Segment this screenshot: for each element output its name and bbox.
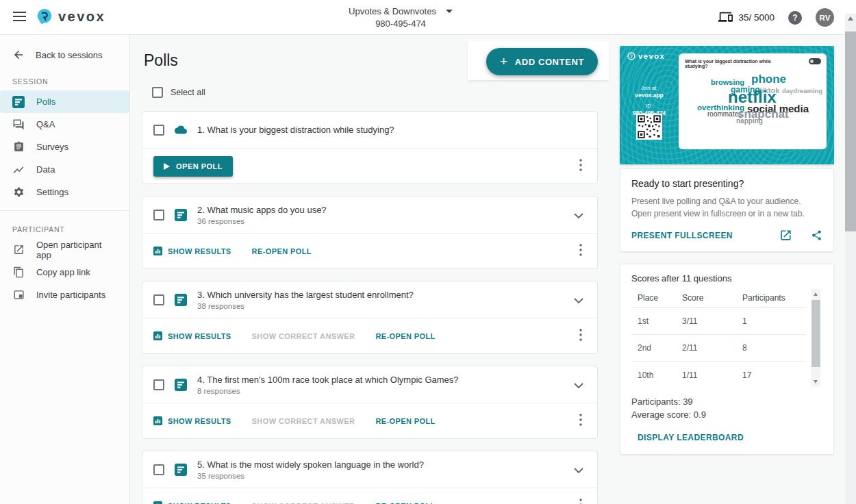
score-cell: 3/11 <box>682 316 742 326</box>
sidebar-item-polls[interactable]: Polls <box>0 90 129 113</box>
show-correct-label: SHOW CORRECT ANSWER <box>252 417 355 425</box>
present-fullscreen-link[interactable]: PRESENT FULLSCREEN <box>631 231 733 240</box>
reopen-poll-link[interactable]: RE-OPEN POLL <box>375 417 435 425</box>
kebab-menu-icon[interactable] <box>575 242 586 260</box>
open-poll-button[interactable]: OPEN POLL <box>153 156 233 177</box>
poll-list: 1. What is your biggest distraction whil… <box>142 111 598 504</box>
kebab-menu-icon[interactable] <box>575 412 586 430</box>
place-cell: 2nd <box>631 343 682 353</box>
sidebar-item-settings[interactable]: Settings <box>0 181 129 203</box>
session-name: Upvotes & Downvotes <box>349 6 436 16</box>
present-view-preview[interactable]: vevox Join at: vevox.app ID: 980-495-474 <box>620 46 834 164</box>
qa-icon <box>12 118 25 131</box>
open-new-tab-icon[interactable] <box>779 229 792 242</box>
sidebar-item-data[interactable]: Data <box>0 158 129 181</box>
poll-checkbox[interactable] <box>153 294 164 305</box>
page-scrollbar-thumb[interactable] <box>845 32 856 231</box>
vevox-logo: vevox <box>36 8 105 25</box>
right-panel: vevox Join at: vevox.app ID: 980-495-474 <box>620 46 834 455</box>
reopen-label: RE-OPEN POLL <box>375 502 435 504</box>
show-results-label: SHOW RESULTS <box>168 332 231 340</box>
poll-responses: 36 responses <box>197 217 327 225</box>
scroll-down-icon[interactable] <box>814 380 818 383</box>
poll-icon <box>12 96 25 108</box>
poll-icon <box>175 294 187 306</box>
share-icon[interactable] <box>811 229 822 242</box>
sidebar-item-invite-participants[interactable]: Invite participants <box>0 284 129 306</box>
show-results-link[interactable]: SHOW RESULTS <box>153 331 231 340</box>
select-all-checkbox[interactable] <box>152 87 163 98</box>
sidebar-item-label: Surveys <box>36 142 68 152</box>
plus-icon: + <box>500 54 508 69</box>
scroll-up-icon[interactable] <box>814 292 818 296</box>
chevron-down-icon[interactable] <box>571 206 586 224</box>
sidebar-item-qa[interactable]: Q&A <box>0 113 129 136</box>
back-to-sessions[interactable]: Back to sessions <box>0 47 129 63</box>
sidebar-item-copy-app-link[interactable]: Copy app link <box>0 261 129 284</box>
poll-checkbox[interactable] <box>153 464 164 475</box>
poll-title: 4. The first men's 100m race took place … <box>197 375 459 385</box>
kebab-menu-icon[interactable] <box>575 327 586 345</box>
sidebar-item-label: Data <box>36 164 55 175</box>
scores-scrollbar-thumb[interactable] <box>811 300 820 367</box>
data-chart-icon <box>12 164 25 176</box>
session-section-label: SESSION <box>12 77 117 86</box>
kebab-menu-icon[interactable] <box>575 158 586 175</box>
session-switcher[interactable]: Upvotes & Downvotes 980-495-474 <box>301 5 500 29</box>
poll-card: 4. The first men's 100m race took place … <box>142 366 598 439</box>
open-in-new-icon <box>12 244 25 256</box>
join-label: Join at: <box>620 85 679 92</box>
column-header: Score <box>682 293 742 303</box>
poll-checkbox[interactable] <box>153 125 164 136</box>
score-cell: 1/11 <box>682 370 742 380</box>
help-button[interactable]: ? <box>788 11 802 25</box>
poll-card: 5. What is the most widely spoken langua… <box>142 451 598 504</box>
display-leaderboard-link[interactable]: DISPLAY LEADERBOARD <box>638 433 744 442</box>
poll-checkbox[interactable] <box>153 379 164 390</box>
reopen-poll-link[interactable]: RE-OPEN POLL <box>375 502 435 504</box>
add-content-button[interactable]: + ADD CONTENT <box>486 48 598 75</box>
show-results-label: SHOW RESULTS <box>168 417 231 425</box>
chevron-down-icon[interactable] <box>571 461 586 479</box>
sidebar-item-surveys[interactable]: Surveys <box>0 136 129 158</box>
help-glyph: ? <box>792 13 797 23</box>
sidebar: Back to sessions SESSION Polls Q&A Surve… <box>0 35 130 504</box>
participant-capacity: 35/ 5000 <box>718 12 775 23</box>
select-all-label: Select all <box>171 88 205 97</box>
reopen-poll-link[interactable]: RE-OPEN POLL <box>252 247 312 255</box>
poll-checkbox[interactable] <box>153 210 164 220</box>
show-correct-answer-link[interactable]: SHOW CORRECT ANSWER <box>252 332 355 340</box>
show-results-link[interactable]: SHOW RESULTS <box>153 416 231 425</box>
poll-card: 3. Which university has the largest stud… <box>142 281 598 354</box>
sidebar-item-open-participant-app[interactable]: Open participant app <box>0 238 129 261</box>
show-results-link[interactable]: SHOW RESULTS <box>153 501 231 504</box>
poll-card: 2. What music apps do you use? 36 respon… <box>142 196 598 269</box>
chevron-down-icon[interactable] <box>571 376 586 394</box>
scores-scrollbar[interactable] <box>811 289 820 387</box>
user-avatar[interactable]: RV <box>816 8 834 27</box>
menu-icon[interactable] <box>13 12 26 22</box>
show-results-link[interactable]: SHOW RESULTS <box>153 247 231 255</box>
sidebar-item-label: Polls <box>36 97 55 107</box>
reopen-poll-link[interactable]: RE-OPEN POLL <box>375 332 435 340</box>
show-correct-answer-link[interactable]: SHOW CORRECT ANSWER <box>252 417 355 425</box>
page-scrollbar[interactable] <box>845 14 856 504</box>
cloud-word: napping <box>736 118 763 125</box>
bar-chart-icon <box>153 247 162 255</box>
kebab-menu-icon[interactable] <box>575 497 586 504</box>
reopen-label: RE-OPEN POLL <box>375 417 435 425</box>
show-correct-answer-link[interactable]: SHOW CORRECT ANSWER <box>252 502 355 504</box>
show-results-label: SHOW RESULTS <box>168 502 231 504</box>
chevron-down-icon[interactable] <box>571 291 586 309</box>
poll-responses: 38 responses <box>197 302 414 310</box>
back-arrow-icon <box>12 49 25 61</box>
session-id: 980-495-474 <box>301 18 500 29</box>
qr-code <box>636 114 662 142</box>
open-poll-label: OPEN POLL <box>176 162 223 171</box>
main-content: Polls + ADD CONTENT Select all 1. What i… <box>131 35 856 504</box>
scroll-up-icon[interactable] <box>848 16 853 21</box>
scores-title: Scores after 11 questions <box>631 273 822 284</box>
vevox-preview-logo: vevox <box>627 52 665 60</box>
reopen-label: RE-OPEN POLL <box>252 247 312 255</box>
place-cell: 1st <box>631 316 682 326</box>
